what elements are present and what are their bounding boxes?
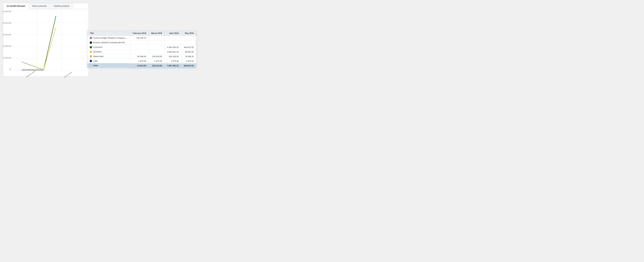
cell-feb-0: 740,740.70 (130, 36, 149, 40)
cell-title-6: Total (87, 63, 130, 68)
tab-forecast[interactable]: 12 month forecast (3, 3, 28, 9)
cell-apr-5: 1,975.30 (164, 59, 181, 63)
cell-apr-6: 7,967,356.30 (164, 63, 181, 68)
cell-feb-5: 1,975.30 (130, 59, 149, 63)
cell-mar-2 (149, 45, 164, 50)
cell-title-5: Lead (87, 59, 130, 63)
cell-feb-4: 62,839.50 (130, 54, 149, 59)
color-swatch-5 (90, 60, 92, 62)
chart-panel: 12 month forecast Jobs in process Pipeli… (3, 3, 89, 77)
chart-area: £5,000,000 £4,000,000 £3,000,000 £2,000,… (3, 9, 88, 73)
color-swatch-1 (90, 42, 92, 44)
cell-apr-2: 4,284,200.30 (164, 45, 181, 50)
cell-title-2: In process (87, 45, 130, 50)
table-row: Opportunity62,839.50100,339.50100,339.50… (87, 54, 196, 59)
col-apr: April 2018 (164, 31, 181, 36)
cell-mar-0 (149, 36, 164, 40)
cell-may-3: 38,904.00 (181, 50, 196, 54)
cell-feb-2 (130, 45, 149, 50)
row-title-3: Quotation (93, 51, 102, 53)
chart-inner: February 2018 March 2018 (12, 11, 87, 70)
y-label-2m: £2,000,000 (3, 45, 11, 47)
cell-may-4: 79,506.20 (181, 54, 196, 59)
cell-mar-4: 100,339.50 (149, 54, 164, 59)
cell-mar-1 (149, 40, 164, 45)
row-title-5: Lead (93, 60, 98, 62)
col-mar: March 2018 (149, 31, 164, 36)
row-title-0: Finance budget: Bluebird Company (… (93, 37, 128, 39)
cell-may-5: 1,975.30 (181, 59, 196, 63)
main-container: 12 month forecast Jobs in process Pipeli… (3, 3, 196, 77)
table-row: Finance: Bluebird Company (BLUE) (87, 40, 196, 45)
row-title-2: In process (93, 46, 102, 48)
table-row: Finance budget: Bluebird Company (…740,7… (87, 36, 196, 40)
cell-apr-3: 3,580,841.20 (164, 50, 181, 54)
col-title: Title (87, 31, 130, 36)
table-row: In process4,284,200.30344,427.50 (87, 45, 196, 50)
cell-title-0: Finance budget: Bluebird Company (… (87, 36, 130, 40)
line-gray (22, 62, 44, 70)
tab-jobs[interactable]: Jobs in process (28, 3, 50, 9)
row-title-6: Total (93, 64, 98, 67)
cell-may-0 (181, 36, 196, 40)
cell-may-2: 344,427.50 (181, 45, 196, 50)
row-title-1: Finance: Bluebird Company (BLUE) (93, 41, 125, 44)
y-label-3m: £3,000,000 (3, 34, 11, 36)
color-swatch-6 (90, 65, 92, 67)
line-lightgreen (22, 69, 44, 70)
data-table: Title February 2018 March 2018 April 201… (87, 31, 196, 68)
cell-apr-1 (164, 40, 181, 45)
color-swatch-2 (90, 46, 92, 48)
tab-pipeline[interactable]: Pipeline projects (50, 3, 73, 9)
x-label-mar: March 2018 (64, 71, 72, 78)
table-panel: Title February 2018 March 2018 April 201… (87, 31, 196, 68)
col-may: May 2018 (181, 31, 196, 36)
line-chart-svg (12, 11, 87, 70)
cell-feb-1 (130, 40, 149, 45)
cell-may-6: 464,813.00 (181, 63, 196, 68)
cell-mar-5: 1,975.30 (149, 59, 164, 63)
y-axis: £5,000,000 £4,000,000 £3,000,000 £2,000,… (3, 11, 12, 70)
table-row: Total64,814.80102,314.807,967,356.30464,… (87, 63, 196, 68)
cell-apr-4: 100,339.50 (164, 54, 181, 59)
line-green (22, 16, 56, 70)
color-swatch-4 (90, 55, 92, 57)
x-label-feb: February 2018 (26, 70, 36, 78)
table-row: Quotation3,580,841.2038,904.00 (87, 50, 196, 54)
y-label-5m: £5,000,000 (3, 11, 11, 13)
y-label-1m: £1,000,000 (3, 57, 11, 59)
cell-title-4: Opportunity (87, 54, 130, 59)
cell-mar-6: 102,314.80 (149, 63, 164, 68)
color-swatch-3 (90, 51, 92, 53)
cell-title-1: Finance: Bluebird Company (BLUE) (87, 40, 130, 45)
col-feb: February 2018 (130, 31, 149, 36)
table-row: Lead1,975.301,975.301,975.301,975.30 (87, 59, 196, 63)
cell-title-3: Quotation (87, 50, 130, 54)
cell-feb-3 (130, 50, 149, 54)
color-swatch-0 (90, 37, 92, 39)
cell-may-1 (181, 40, 196, 45)
cell-feb-6: 64,814.80 (130, 63, 149, 68)
table-header-row: Title February 2018 March 2018 April 201… (87, 31, 196, 36)
cell-apr-0 (164, 36, 181, 40)
cell-mar-3 (149, 50, 164, 54)
row-title-4: Opportunity (93, 55, 104, 57)
y-label-0: £0 (9, 68, 11, 70)
tabs-bar: 12 month forecast Jobs in process Pipeli… (3, 3, 88, 9)
y-label-4m: £4,000,000 (3, 22, 11, 24)
